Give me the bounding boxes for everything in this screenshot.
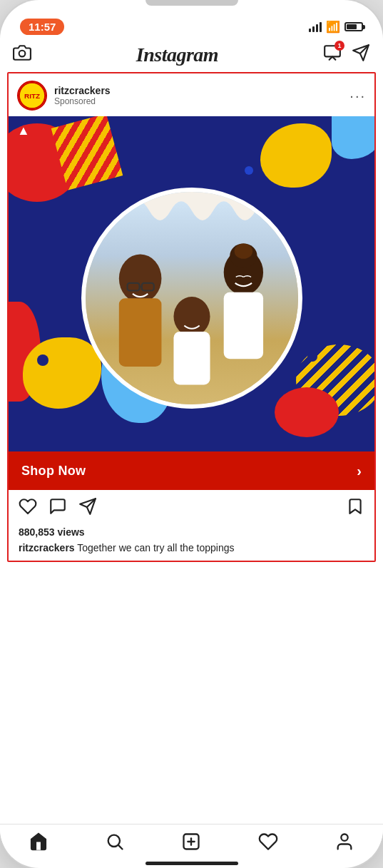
ritz-avatar: RITZ: [17, 81, 47, 111]
status-time: 11:57: [20, 19, 64, 35]
post-more-button[interactable]: ···: [349, 88, 366, 104]
post-sponsored: Sponsored: [54, 96, 111, 106]
nav-search-button[interactable]: [105, 832, 125, 852]
instagram-header: Instagram 1: [0, 39, 383, 72]
shape-dot-bottomleft: [37, 354, 48, 366]
shape-lightblue-topright: [332, 116, 374, 159]
post-user-info: ritzcrackers Sponsored: [54, 85, 111, 106]
status-icons: 📶: [309, 20, 363, 34]
header-right-icons: 1: [323, 44, 370, 66]
post-user: RITZ ritzcrackers Sponsored: [17, 81, 111, 111]
svg-point-11: [173, 297, 210, 336]
nav-add-button[interactable]: [181, 832, 201, 852]
caption-text: Together we can try all the toppings: [77, 542, 234, 553]
post-views: 880,853 views: [9, 526, 374, 541]
post-actions: [9, 490, 374, 526]
post-header: RITZ ritzcrackers Sponsored ···: [9, 73, 374, 116]
shape-yellow-topright: [260, 123, 332, 188]
like-button[interactable]: [19, 497, 37, 521]
nav-activity-button[interactable]: [258, 832, 278, 852]
phone-notch: [145, 0, 238, 6]
shape-dot-right: [307, 352, 317, 362]
post-username: ritzcrackers: [54, 85, 111, 96]
svg-point-0: [19, 51, 26, 57]
home-indicator: [145, 862, 238, 865]
instagram-logo: Instagram: [136, 44, 218, 66]
nav-profile-button[interactable]: [335, 832, 354, 852]
messenger-icon[interactable]: 1: [323, 44, 342, 66]
up-chevron-icon[interactable]: ▲: [17, 123, 30, 138]
post-caption: ritzcrackers Together we can try all the…: [9, 541, 374, 561]
family-photo-bg: [86, 192, 298, 404]
shop-now-label: Shop Now: [21, 464, 86, 479]
phone-frame: 11:57 📶 Instagram: [0, 0, 383, 868]
post-image: ▲: [9, 116, 374, 451]
svg-text:RITZ: RITZ: [24, 92, 40, 100]
svg-rect-16: [223, 292, 262, 359]
share-button[interactable]: [78, 497, 97, 521]
svg-line-20: [119, 845, 123, 849]
signal-icon: [309, 22, 322, 32]
shop-now-bar[interactable]: Shop Now ›: [9, 451, 374, 490]
post-actions-left: [19, 497, 97, 521]
status-bar: 11:57 📶: [0, 6, 383, 39]
save-button[interactable]: [346, 497, 364, 521]
svg-point-15: [234, 243, 252, 258]
nav-home-button[interactable]: [29, 832, 48, 852]
svg-point-24: [342, 834, 348, 841]
caption-username: ritzcrackers: [19, 542, 75, 553]
wifi-icon: 📶: [326, 20, 340, 34]
svg-point-19: [108, 835, 120, 847]
family-photo: [81, 188, 302, 409]
shape-dot-topright2: [245, 166, 253, 175]
comment-button[interactable]: [48, 497, 67, 521]
post-container: RITZ ritzcrackers Sponsored ···: [7, 72, 376, 562]
bottom-nav: [0, 824, 383, 857]
battery-icon: [344, 22, 363, 31]
camera-icon[interactable]: [13, 44, 31, 66]
svg-rect-12: [173, 332, 210, 385]
svg-point-6: [118, 254, 161, 302]
send-icon[interactable]: [352, 44, 370, 66]
svg-rect-7: [118, 298, 161, 367]
shop-now-arrow-icon: ›: [357, 463, 362, 479]
